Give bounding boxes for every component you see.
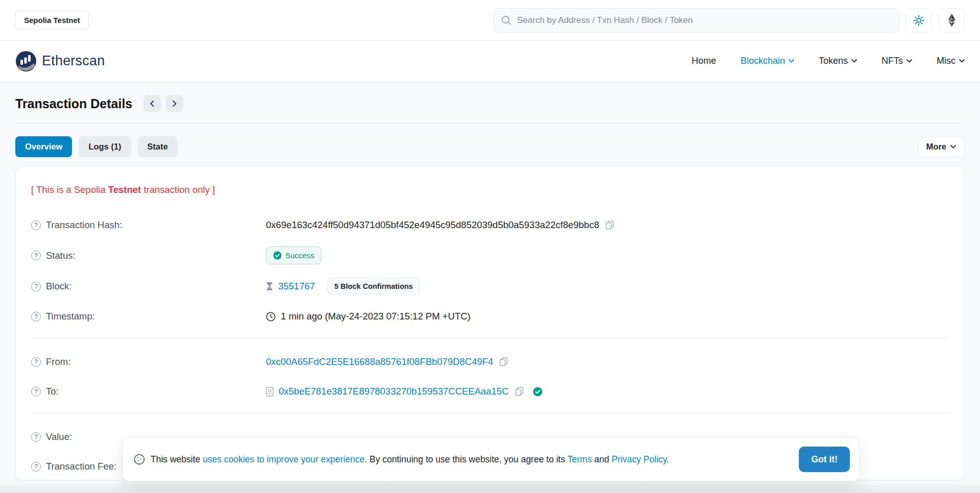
title-divider	[15, 122, 965, 123]
row-label-text: Transaction Hash:	[46, 219, 122, 231]
title-row: Transaction Details	[15, 82, 965, 122]
timestamp-value: 1 min ago (May-24-2023 07:15:12 PM +UTC)	[281, 311, 471, 322]
help-tooltip-icon[interactable]: ?	[31, 387, 41, 397]
site-header: Etherscan Home Blockchain Tokens NFTs Mi…	[0, 41, 980, 82]
search-box[interactable]	[493, 8, 899, 33]
copy-to-address-button[interactable]	[514, 387, 525, 396]
help-tooltip-icon[interactable]: ?	[31, 251, 41, 260]
status-text: Success	[285, 251, 314, 260]
row-label-text: Status:	[46, 250, 76, 261]
chevron-down-icon	[950, 145, 956, 149]
tabs-row: Overview Logs (1) State More	[15, 136, 965, 157]
nav-item-nfts[interactable]: NFTs	[881, 56, 912, 66]
brand-name: Etherscan	[42, 53, 105, 69]
chevron-left-icon	[150, 101, 154, 107]
privacy-policy-link[interactable]: Privacy Policy	[611, 454, 667, 464]
row-label-text: To:	[46, 386, 59, 397]
block-confirmations-badge: 5 Block Confirmations	[327, 278, 420, 295]
nav-item-misc[interactable]: Misc	[937, 56, 965, 66]
ethereum-icon	[947, 13, 956, 27]
row-to: ? To: 0x5beE781e3817E8978033270b159537CC…	[31, 383, 949, 400]
copy-icon	[515, 387, 524, 396]
search-icon	[501, 15, 512, 26]
row-label-text: Value:	[46, 431, 72, 442]
clock-icon	[266, 312, 276, 322]
from-address-link[interactable]: 0xc00A65FdC2E5E16688a85761f08FBb079D8C49…	[266, 356, 493, 367]
contract-document-icon	[266, 387, 274, 397]
viewport-bottom-fade	[0, 483, 980, 493]
row-status: ? Status: Success	[31, 246, 949, 264]
nav-item-tokens[interactable]: Tokens	[819, 56, 857, 66]
row-timestamp: ? Timestamp: 1 min ago (May-24-2023 07:1…	[31, 308, 949, 325]
theme-toggle-button[interactable]	[905, 8, 932, 33]
section-divider	[31, 413, 949, 413]
page-title: Transaction Details	[15, 96, 132, 111]
search-input[interactable]	[517, 15, 892, 26]
top-bar: Sepolia Testnet	[0, 0, 980, 41]
topbar-right-group	[493, 8, 965, 33]
cookies-info-link[interactable]: uses cookies to improve your experience	[203, 454, 364, 464]
network-badge-button[interactable]: Sepolia Testnet	[15, 11, 89, 30]
etherscan-logo[interactable]: Etherscan	[15, 51, 105, 72]
copy-icon	[605, 220, 614, 230]
nav-item-home[interactable]: Home	[692, 56, 716, 66]
terms-link[interactable]: Terms	[568, 454, 592, 464]
to-address-link[interactable]: 0x5beE781e3817E8978033270b159537CCEEAaa1…	[279, 386, 509, 397]
etherscan-logo-icon	[15, 51, 37, 72]
main-nav: Home Blockchain Tokens NFTs Misc	[692, 56, 965, 66]
nav-label: Home	[692, 56, 716, 66]
help-tooltip-icon[interactable]: ?	[31, 282, 41, 291]
row-transaction-hash: ? Transaction Hash: 0x69e163c424ff50d943…	[31, 217, 949, 233]
copy-txn-hash-button[interactable]	[604, 220, 615, 230]
row-label-text: Transaction Fee:	[46, 461, 116, 472]
help-tooltip-icon[interactable]: ?	[31, 462, 41, 472]
ethereum-network-button[interactable]	[938, 8, 965, 33]
copy-icon	[499, 357, 508, 366]
cookie-consent-text: This website uses cookies to improve you…	[151, 454, 669, 465]
nav-label: Tokens	[819, 56, 848, 66]
chevron-down-icon	[851, 59, 857, 63]
cookie-consent-banner: This website uses cookies to improve you…	[122, 437, 860, 481]
tab-state[interactable]: State	[138, 136, 178, 157]
more-dropdown-button[interactable]: More	[918, 137, 965, 157]
next-transaction-button[interactable]	[166, 95, 183, 112]
cookie-icon	[133, 453, 145, 465]
chevron-down-icon	[906, 59, 912, 63]
section-divider	[31, 338, 949, 338]
chevron-right-icon	[173, 101, 177, 107]
check-circle-icon	[273, 251, 282, 260]
nav-item-blockchain[interactable]: Blockchain	[741, 56, 794, 66]
hourglass-icon	[266, 282, 273, 291]
nav-label: Misc	[937, 56, 955, 66]
transaction-overview-card: [ This is a Sepolia Testnet transaction …	[15, 166, 965, 480]
tab-logs[interactable]: Logs (1)	[79, 136, 131, 157]
transaction-hash-value: 0x69e163c424ff50d94371d05bf452e4945c95d8…	[266, 219, 599, 231]
row-label-text: From:	[46, 356, 70, 367]
help-tooltip-icon[interactable]: ?	[31, 312, 41, 322]
row-from: ? From: 0xc00A65FdC2E5E16688a85761f08FBb…	[31, 354, 949, 370]
row-block: ? Block: 3551767 5 Block Confirmations	[31, 278, 949, 295]
status-badge: Success	[266, 246, 322, 264]
more-label: More	[926, 142, 946, 152]
help-tooltip-icon[interactable]: ?	[31, 357, 41, 367]
chevron-down-icon	[789, 59, 794, 63]
got-it-button[interactable]: Got it!	[799, 447, 850, 472]
help-tooltip-icon[interactable]: ?	[31, 220, 41, 230]
chevron-down-icon	[959, 59, 965, 63]
block-number-link[interactable]: 3551767	[278, 281, 315, 292]
tab-overview[interactable]: Overview	[15, 136, 72, 157]
testnet-notice: [ This is a Sepolia Testnet transaction …	[31, 184, 949, 195]
previous-transaction-button[interactable]	[143, 95, 161, 112]
nav-label: NFTs	[881, 56, 903, 66]
nav-label: Blockchain	[741, 56, 785, 66]
row-label-text: Timestamp:	[46, 311, 95, 322]
copy-from-address-button[interactable]	[498, 357, 509, 366]
help-tooltip-icon[interactable]: ?	[31, 432, 41, 442]
verified-check-circle-icon	[533, 387, 543, 397]
sun-icon	[913, 14, 925, 27]
row-label-text: Block:	[46, 281, 71, 292]
main-content: Transaction Details Overview Logs (1) St…	[0, 82, 980, 480]
